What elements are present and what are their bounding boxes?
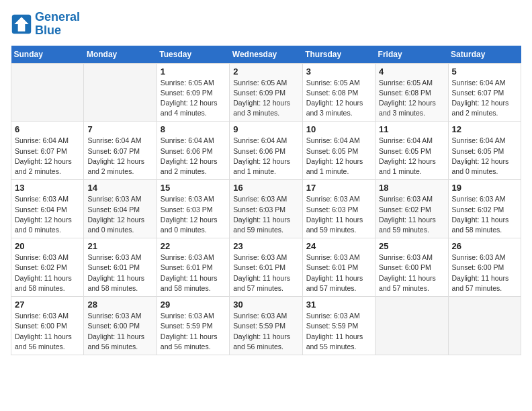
day-cell bbox=[84, 63, 157, 122]
day-info: Sunrise: 6:03 AM Sunset: 6:04 PM Dayligh… bbox=[87, 194, 152, 235]
week-row-2: 6Sunrise: 6:04 AM Sunset: 6:07 PM Daylig… bbox=[11, 122, 521, 180]
day-info: Sunrise: 6:04 AM Sunset: 6:07 PM Dayligh… bbox=[87, 136, 152, 177]
day-number: 19 bbox=[452, 183, 517, 193]
day-number: 20 bbox=[15, 241, 80, 251]
day-info: Sunrise: 6:03 AM Sunset: 6:00 PM Dayligh… bbox=[15, 311, 80, 352]
day-cell bbox=[375, 297, 448, 355]
logo-text: General Blue bbox=[35, 11, 80, 38]
day-info: Sunrise: 6:03 AM Sunset: 6:00 PM Dayligh… bbox=[379, 253, 444, 293]
header-cell-thursday: Thursday bbox=[302, 46, 375, 64]
day-cell: 31Sunrise: 6:03 AM Sunset: 5:59 PM Dayli… bbox=[302, 297, 375, 355]
day-info: Sunrise: 6:03 AM Sunset: 6:00 PM Dayligh… bbox=[452, 253, 517, 293]
day-cell: 5Sunrise: 6:04 AM Sunset: 6:07 PM Daylig… bbox=[448, 63, 521, 122]
day-number: 24 bbox=[306, 241, 371, 251]
day-info: Sunrise: 6:05 AM Sunset: 6:09 PM Dayligh… bbox=[161, 78, 226, 119]
logo: General Blue bbox=[11, 11, 80, 38]
day-number: 26 bbox=[452, 241, 517, 251]
day-number: 30 bbox=[233, 300, 298, 310]
calendar-body: 1Sunrise: 6:05 AM Sunset: 6:09 PM Daylig… bbox=[11, 63, 521, 355]
page-header: General Blue bbox=[11, 11, 521, 38]
day-info: Sunrise: 6:04 AM Sunset: 6:05 PM Dayligh… bbox=[379, 136, 444, 177]
day-info: Sunrise: 6:03 AM Sunset: 5:59 PM Dayligh… bbox=[233, 311, 298, 352]
day-cell: 17Sunrise: 6:03 AM Sunset: 6:03 PM Dayli… bbox=[302, 180, 375, 238]
day-info: Sunrise: 6:04 AM Sunset: 6:05 PM Dayligh… bbox=[306, 136, 371, 177]
day-number: 18 bbox=[379, 183, 444, 193]
day-cell: 23Sunrise: 6:03 AM Sunset: 6:01 PM Dayli… bbox=[230, 238, 302, 297]
header-cell-saturday: Saturday bbox=[448, 46, 521, 64]
day-info: Sunrise: 6:03 AM Sunset: 6:02 PM Dayligh… bbox=[15, 253, 80, 293]
day-cell: 4Sunrise: 6:05 AM Sunset: 6:08 PM Daylig… bbox=[375, 63, 448, 122]
day-number: 13 bbox=[15, 183, 80, 193]
day-cell: 6Sunrise: 6:04 AM Sunset: 6:07 PM Daylig… bbox=[11, 122, 84, 180]
day-number: 4 bbox=[379, 66, 444, 77]
day-info: Sunrise: 6:03 AM Sunset: 6:03 PM Dayligh… bbox=[233, 194, 298, 235]
day-number: 8 bbox=[161, 124, 226, 134]
day-cell: 20Sunrise: 6:03 AM Sunset: 6:02 PM Dayli… bbox=[11, 238, 84, 297]
day-cell: 19Sunrise: 6:03 AM Sunset: 6:02 PM Dayli… bbox=[448, 180, 521, 238]
day-number: 16 bbox=[233, 183, 298, 193]
day-cell: 16Sunrise: 6:03 AM Sunset: 6:03 PM Dayli… bbox=[230, 180, 302, 238]
day-number: 28 bbox=[87, 300, 152, 310]
day-cell: 11Sunrise: 6:04 AM Sunset: 6:05 PM Dayli… bbox=[375, 122, 448, 180]
header-row: SundayMondayTuesdayWednesdayThursdayFrid… bbox=[11, 46, 521, 64]
day-cell: 21Sunrise: 6:03 AM Sunset: 6:01 PM Dayli… bbox=[84, 238, 157, 297]
day-number: 6 bbox=[15, 124, 80, 134]
day-info: Sunrise: 6:03 AM Sunset: 6:01 PM Dayligh… bbox=[161, 253, 226, 293]
day-cell: 18Sunrise: 6:03 AM Sunset: 6:02 PM Dayli… bbox=[375, 180, 448, 238]
day-number: 23 bbox=[233, 241, 298, 251]
day-cell: 12Sunrise: 6:04 AM Sunset: 6:05 PM Dayli… bbox=[448, 122, 521, 180]
day-cell: 1Sunrise: 6:05 AM Sunset: 6:09 PM Daylig… bbox=[157, 63, 229, 122]
day-info: Sunrise: 6:03 AM Sunset: 5:59 PM Dayligh… bbox=[161, 311, 226, 352]
header-cell-tuesday: Tuesday bbox=[157, 46, 229, 64]
header-cell-sunday: Sunday bbox=[11, 46, 84, 64]
calendar-table: SundayMondayTuesdayWednesdayThursdayFrid… bbox=[11, 46, 521, 355]
day-cell: 10Sunrise: 6:04 AM Sunset: 6:05 PM Dayli… bbox=[302, 122, 375, 180]
day-cell: 25Sunrise: 6:03 AM Sunset: 6:00 PM Dayli… bbox=[375, 238, 448, 297]
day-info: Sunrise: 6:03 AM Sunset: 5:59 PM Dayligh… bbox=[306, 311, 371, 352]
day-cell: 30Sunrise: 6:03 AM Sunset: 5:59 PM Dayli… bbox=[230, 297, 302, 355]
day-cell: 13Sunrise: 6:03 AM Sunset: 6:04 PM Dayli… bbox=[11, 180, 84, 238]
day-number: 7 bbox=[87, 124, 152, 134]
day-cell: 26Sunrise: 6:03 AM Sunset: 6:00 PM Dayli… bbox=[448, 238, 521, 297]
day-number: 29 bbox=[161, 300, 226, 310]
day-number: 9 bbox=[233, 124, 298, 134]
day-number: 15 bbox=[161, 183, 226, 193]
day-cell: 15Sunrise: 6:03 AM Sunset: 6:03 PM Dayli… bbox=[157, 180, 229, 238]
day-info: Sunrise: 6:04 AM Sunset: 6:05 PM Dayligh… bbox=[452, 136, 517, 177]
day-number: 17 bbox=[306, 183, 371, 193]
day-number: 14 bbox=[87, 183, 152, 193]
day-cell bbox=[448, 297, 521, 355]
day-cell: 7Sunrise: 6:04 AM Sunset: 6:07 PM Daylig… bbox=[84, 122, 157, 180]
day-cell: 3Sunrise: 6:05 AM Sunset: 6:08 PM Daylig… bbox=[302, 63, 375, 122]
day-number: 31 bbox=[306, 300, 371, 310]
day-number: 2 bbox=[233, 66, 298, 77]
day-info: Sunrise: 6:05 AM Sunset: 6:08 PM Dayligh… bbox=[379, 78, 444, 119]
day-info: Sunrise: 6:05 AM Sunset: 6:08 PM Dayligh… bbox=[306, 78, 371, 119]
day-cell: 24Sunrise: 6:03 AM Sunset: 6:01 PM Dayli… bbox=[302, 238, 375, 297]
day-number: 3 bbox=[306, 66, 371, 77]
day-number: 27 bbox=[15, 300, 80, 310]
week-row-4: 20Sunrise: 6:03 AM Sunset: 6:02 PM Dayli… bbox=[11, 238, 521, 297]
day-number: 1 bbox=[161, 66, 226, 77]
logo-icon bbox=[11, 13, 32, 35]
day-info: Sunrise: 6:03 AM Sunset: 6:03 PM Dayligh… bbox=[161, 194, 226, 235]
day-info: Sunrise: 6:03 AM Sunset: 6:04 PM Dayligh… bbox=[15, 194, 80, 235]
header-cell-wednesday: Wednesday bbox=[230, 46, 302, 64]
day-number: 11 bbox=[379, 124, 444, 134]
day-info: Sunrise: 6:03 AM Sunset: 6:01 PM Dayligh… bbox=[87, 253, 152, 293]
header-cell-friday: Friday bbox=[375, 46, 448, 64]
day-info: Sunrise: 6:03 AM Sunset: 6:03 PM Dayligh… bbox=[306, 194, 371, 235]
week-row-5: 27Sunrise: 6:03 AM Sunset: 6:00 PM Dayli… bbox=[11, 297, 521, 355]
day-cell: 2Sunrise: 6:05 AM Sunset: 6:09 PM Daylig… bbox=[230, 63, 302, 122]
day-info: Sunrise: 6:04 AM Sunset: 6:06 PM Dayligh… bbox=[233, 136, 298, 177]
day-number: 21 bbox=[87, 241, 152, 251]
day-number: 5 bbox=[452, 66, 517, 77]
day-number: 10 bbox=[306, 124, 371, 134]
day-info: Sunrise: 6:05 AM Sunset: 6:09 PM Dayligh… bbox=[233, 78, 298, 119]
day-info: Sunrise: 6:03 AM Sunset: 6:02 PM Dayligh… bbox=[379, 194, 444, 235]
week-row-1: 1Sunrise: 6:05 AM Sunset: 6:09 PM Daylig… bbox=[11, 63, 521, 122]
day-cell bbox=[11, 63, 84, 122]
day-number: 22 bbox=[161, 241, 226, 251]
day-info: Sunrise: 6:03 AM Sunset: 6:02 PM Dayligh… bbox=[452, 194, 517, 235]
day-info: Sunrise: 6:03 AM Sunset: 6:00 PM Dayligh… bbox=[87, 311, 152, 352]
